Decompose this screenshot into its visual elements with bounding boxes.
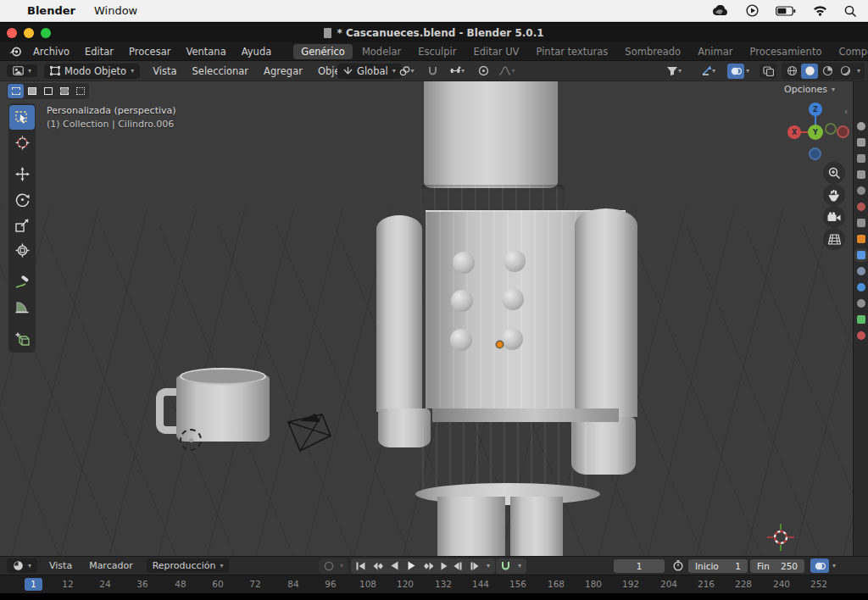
workspace-tab-esculpir[interactable]: Esculpir [410,44,464,59]
select-mode-subtract[interactable] [40,84,56,98]
tab-scene-icon[interactable] [857,186,865,195]
play-reverse-button[interactable] [387,559,403,573]
workspace-tab-pintar-texturas[interactable]: Pintar texturas [528,44,615,59]
workspace-tab-modelar[interactable]: Modelar [354,44,409,59]
tab-modifiers-icon[interactable] [857,251,865,259]
tool-measure[interactable] [9,295,35,319]
select-mode-set[interactable] [8,84,24,98]
transform-orientation-dropdown[interactable]: Global ▾ [337,64,402,79]
timeline-snap-magnet-button[interactable] [498,559,514,573]
tool-annotate[interactable] [9,269,35,294]
blender-logo-icon[interactable] [8,47,22,57]
frame-forward-button[interactable] [466,559,482,573]
menu-agregar[interactable]: Agregar [256,65,310,77]
gizmo-axis-y[interactable]: Y [808,125,823,140]
menu-vista[interactable]: Vista [145,65,184,77]
mode-dropdown[interactable]: Modo Objeto ▾ [44,64,140,79]
collapse-panel-arrow[interactable]: ‹ [844,107,848,116]
timeline-editor-type-button[interactable]: ▾ [7,558,37,573]
tab-particles-icon[interactable] [857,267,865,275]
play-button[interactable] [403,559,420,573]
gizmo-axis-x-negative[interactable] [837,125,849,138]
tab-render-icon[interactable] [857,138,865,147]
snap-settings-dropdown[interactable]: ▾ [442,64,471,79]
empty-object-circle[interactable] [180,429,202,451]
menu-archivo[interactable]: Archivo [25,46,77,58]
frame-back-button[interactable] [449,559,465,573]
properties-editor-strip[interactable] [853,81,868,556]
toggle-orthographic-button[interactable] [823,228,845,250]
workspace-tab-generico[interactable]: Genérico [293,44,353,59]
stopwatch-icon-button[interactable] [670,558,687,573]
snap-toggle-button[interactable] [424,64,441,79]
shading-rendered-button[interactable] [837,64,854,79]
tab-material-icon[interactable] [857,331,865,340]
screen-record-icon[interactable] [746,4,759,17]
timeline-menu-marcador[interactable]: Marcador [81,560,142,571]
proportional-editing-button[interactable] [475,64,492,79]
camera-object[interactable] [278,410,337,456]
tool-move[interactable] [9,162,35,186]
workspace-tab-editar-uv[interactable]: Editar UV [465,44,526,59]
workspace-tab-componer[interactable]: Componer [831,44,868,59]
tool-transform[interactable] [9,238,35,263]
pan-view-button[interactable] [823,184,845,206]
menu-ayuda[interactable]: Ayuda [234,46,280,58]
zoom-view-button[interactable] [823,162,845,184]
tab-output-icon[interactable] [857,154,865,163]
tool-cursor[interactable] [9,131,35,155]
select-mode-invert[interactable] [56,84,72,98]
viewport-3d[interactable]: Opciones ▾ Personalizada (perspectiva) (… [0,81,853,556]
tab-view-layer-icon[interactable] [857,170,865,179]
tab-tool-icon[interactable] [857,122,865,131]
xray-toggle-button[interactable] [760,64,776,79]
timeline-ruler[interactable]: 1 12 24 36 48 60 72 84 96 108 120 132 14… [0,575,868,593]
shading-material-button[interactable] [819,64,836,79]
workspace-tab-procesamiento[interactable]: Procesamiento [742,44,829,59]
workspace-tab-animar[interactable]: Animar [690,44,740,59]
gizmo-axis-x[interactable]: X [787,125,801,139]
camera-view-button[interactable] [823,206,845,228]
wifi-icon[interactable] [813,5,827,16]
macos-app-menu[interactable]: Blender [27,4,75,17]
tab-object-data-icon[interactable] [857,315,865,324]
gizmo-axis-y-negative[interactable] [825,123,837,135]
frame-end-field[interactable]: Fin 250 [750,559,804,573]
navigation-gizmo[interactable]: Z X Y [787,100,851,164]
playback-sync-button[interactable] [810,558,829,573]
chevron-down-icon[interactable]: ▾ [483,562,493,569]
tab-world-icon[interactable] [857,203,865,211]
tab-constraints-icon[interactable] [857,299,865,308]
chevron-down-icon[interactable]: ▾ [337,562,346,569]
tab-collection-icon[interactable] [857,219,865,227]
tool-options-dropdown[interactable]: Opciones ▾ [784,84,835,95]
shading-wireframe-button[interactable] [783,64,800,79]
chevron-down-icon[interactable]: ▾ [854,67,863,75]
timeline-menu-vista[interactable]: Vista [41,560,81,571]
proportional-falloff-dropdown[interactable]: ▾ [493,64,520,79]
chevron-down-icon[interactable]: ▾ [746,67,749,75]
tool-add-cube[interactable] [9,326,35,351]
next-keyframe-button[interactable] [420,559,437,573]
tool-rotate[interactable] [9,187,35,212]
shading-solid-button[interactable] [801,64,818,79]
playback-menu-dropdown[interactable]: Reproducción ▾ [147,558,230,573]
gizmo-axis-z-negative[interactable] [809,147,821,160]
select-mode-intersect[interactable] [72,84,88,98]
previous-keyframe-button[interactable] [370,559,386,573]
gizmo-axis-z[interactable]: Z [809,103,822,116]
overlays-toggle-button[interactable] [727,64,744,79]
tab-object-icon[interactable] [857,235,865,243]
chevron-down-icon[interactable]: ▾ [832,562,836,569]
spotlight-search-icon[interactable] [844,5,856,17]
menu-seleccionar[interactable]: Seleccionar [185,65,257,77]
select-mode-extend[interactable] [24,84,40,98]
menu-editar[interactable]: Editar [77,46,121,58]
auto-keying-button[interactable] [320,559,337,573]
editor-type-button[interactable]: ▾ [7,64,37,77]
workspace-tab-sombreado[interactable]: Sombreado [617,44,688,59]
tab-physics-icon[interactable] [857,283,865,292]
current-frame-indicator[interactable]: 1 [25,578,42,591]
cloud-sync-icon[interactable] [712,5,729,16]
tool-select-box[interactable] [9,105,35,130]
